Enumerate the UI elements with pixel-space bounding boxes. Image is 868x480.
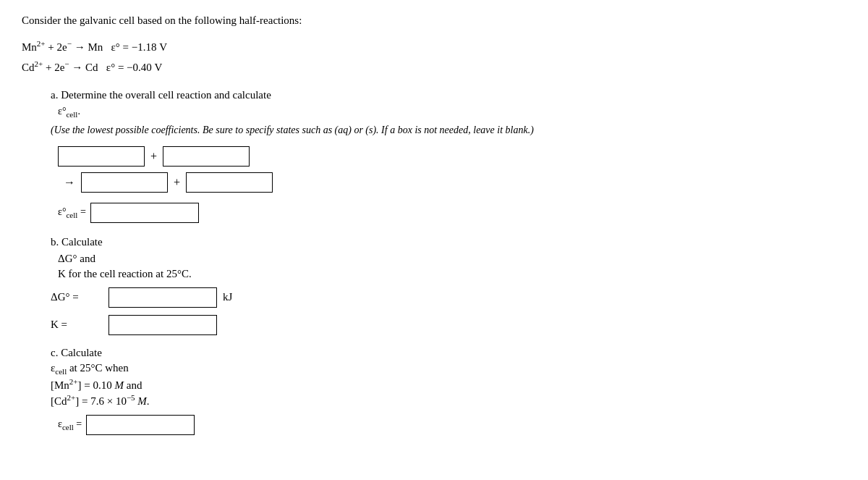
instruction-text: (Use the lowest possible coefficients. B… [51,125,846,136]
reaction-row-top: + [58,146,846,167]
delta-g-and-label: ΔG° and [58,253,846,265]
reactant-box-2[interactable] [163,146,250,167]
section-b: b. Calculate ΔG° and K for the cell reac… [51,236,846,335]
epsilon-cell-input-a[interactable] [90,203,199,223]
reactant-box-1[interactable] [58,146,145,167]
reaction-input-area: + → + [58,146,846,193]
plus-operator-1: + [150,150,157,163]
product-box-1[interactable] [81,172,168,193]
section-a: a. Determine the overall cell reaction a… [51,89,846,223]
epsilon-cell-intro: ε°cell. [58,106,846,119]
k-description-label: K for the cell reaction at 25°C. [58,268,846,280]
intro-text: Consider the galvanic cell based on the … [22,14,846,27]
product-box-2[interactable] [186,172,273,193]
mn-concentration-line: [Mn2+] = 0.10 M and [51,377,846,392]
section-a-description: Determine the overall cell reaction and … [61,89,271,101]
k-row: K = [51,315,846,335]
section-b-description: Calculate [61,236,103,248]
half-reaction-1: Mn2+ + 2e− → Mn ε° = −1.18 V [22,37,846,57]
epsilon-cell-input-c[interactable] [86,415,195,435]
k-label: K = [51,319,109,331]
arrow-symbol: → [64,176,75,189]
section-b-letter: b. [51,236,59,248]
epsilon-cell-condition: εcell at 25°C when [51,362,846,376]
section-c-letter: c. [51,347,58,358]
plus-operator-2: + [174,176,180,189]
epsilon-cell-label-a: ε°cell = [58,206,86,219]
epsilon-cell-label-c: εcell = [58,418,82,431]
reaction-row-bottom: → + [58,172,846,193]
section-a-label: a. Determine the overall cell reaction a… [51,89,846,101]
epsilon-cell-row-a: ε°cell = [58,203,846,223]
epsilon-cell-row-c: εcell = [58,415,846,435]
section-c-description: Calculate [61,347,102,358]
delta-g-input[interactable] [109,287,217,308]
section-a-letter: a. [51,89,58,101]
half-reaction-2: Cd2+ + 2e− → Cd ε° = −0.40 V [22,57,846,77]
section-c-label: c. Calculate [51,347,846,359]
cd-concentration-line: [Cd2+] = 7.6 × 10−5 M. [51,393,846,408]
half-reactions-section: Mn2+ + 2e− → Mn ε° = −1.18 V Cd2+ + 2e− … [22,37,846,77]
delta-g-label: ΔG° = [51,291,109,303]
k-input[interactable] [109,315,217,335]
kj-unit: kJ [223,291,232,303]
section-b-label: b. Calculate [51,236,846,248]
section-c: c. Calculate εcell at 25°C when [Mn2+] =… [51,347,846,435]
delta-g-row: ΔG° = kJ [51,287,846,308]
